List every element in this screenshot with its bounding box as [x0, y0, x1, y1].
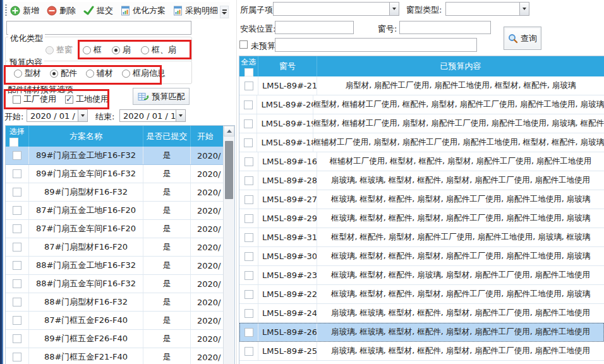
select-all-checkbox[interactable] [245, 68, 253, 76]
plan-table-row[interactable]: 88#门扇五金工地F16-F32是2020/0 [6, 257, 224, 275]
budget-content-radio[interactable]: 辅材 [86, 68, 113, 79]
opt-type-radio[interactable]: 框 [83, 44, 102, 56]
window-table-row[interactable]: LM5L-89#-20F18框型材, 框辅材工厂使用, 框配件, 扇型材, 扇配… [239, 95, 604, 114]
plan-table-row[interactable]: 89#门扇型材F16-F32是2020/0 [6, 183, 224, 202]
window-table-row[interactable]: LM5L-89#-28F26扇玻璃, 框玻璃, 框型材, 框配件, 扇型材, 扇… [239, 171, 604, 190]
plan-table-row[interactable]: 87#门扇五金车间F16-F20是2020/0 [6, 220, 224, 238]
window-table-row[interactable]: LM5L-89#-30F28框玻璃, 框型材, 框配件, 扇型材, 扇配件工厂使… [239, 247, 604, 266]
budget-content: 框玻璃, 框型材, 框配件, 扇型材, 扇配件工厂使用, 扇配件工地使用, 扇玻… [317, 190, 604, 209]
window-table-row[interactable]: LM5L-89#-27F25框玻璃, 框型材, 框配件, 扇型材, 扇配件工厂使… [239, 190, 604, 209]
window-type-select[interactable] [445, 2, 529, 16]
row-checkbox[interactable] [245, 176, 253, 185]
plan-table-row[interactable]: 89#门框五金F26-F40是2020/0 [6, 330, 224, 348]
submit-button[interactable]: 提交 [83, 5, 113, 16]
window-table-row[interactable]: LM5L-89#-21F19扇型材, 扇配件工厂使用, 扇配件工地使用, 框型材… [239, 76, 604, 95]
window-table-row[interactable]: LM5L-89#-26F24扇玻璃, 框玻璃, 框型材, 框配件, 扇型材, 扇… [239, 323, 604, 342]
row-checkbox[interactable] [13, 151, 21, 160]
plan-table-row[interactable]: 89#门扇五金工地F16-F32是2020/0 [6, 147, 224, 165]
window-table-row[interactable]: LM5L-89#-24F22扇玻璃, 框玻璃, 框型材, 框配件, 扇型材, 扇… [239, 304, 604, 323]
date-end-dropdown-button[interactable] [176, 110, 185, 121]
purchase-detail-button[interactable]: 采购明细 [173, 5, 227, 16]
row-checkbox[interactable] [13, 353, 21, 361]
window-type-dropdown-button[interactable] [519, 3, 529, 15]
query-button[interactable]: 查询 [504, 27, 541, 50]
select-all-checkbox[interactable] [9, 138, 18, 147]
sub-item-select[interactable] [273, 2, 399, 16]
plan-table-row[interactable]: 87#门扇五金工地F16-F20是2020/0 [6, 202, 224, 220]
row-checkbox[interactable] [245, 82, 253, 90]
row-checkbox[interactable] [13, 243, 21, 252]
plan-table-row[interactable]: 88#门扇型材F16-F32是2020/0 [6, 293, 224, 312]
window-no: LM5L-89#-21F19 [258, 76, 317, 95]
no-budget-checkbox[interactable] [239, 40, 248, 49]
date-start-picker[interactable]: 2020 / 01 / 1 [27, 109, 88, 122]
row-checkbox[interactable] [245, 347, 253, 356]
plan-table: 选择 方案名称 是否已提交 开始 89#门扇五金工地F16-F32是2020/0… [5, 125, 235, 364]
delete-button[interactable]: 删除 [47, 5, 76, 16]
optimize-plan-button[interactable]: 优化方案 [121, 5, 166, 16]
plan-submitted: 是 [143, 293, 191, 311]
window-table-row[interactable]: LM5L-89#-31F29框型材, 框配件, 扇型材, 扇配件工厂使用, 扇配… [239, 228, 604, 247]
budget-match-button[interactable]: 预算匹配 [133, 88, 190, 105]
row-checkbox[interactable] [13, 279, 21, 288]
plan-table-row[interactable]: 88#门扇五金车间F16-F32是2020/0 [6, 275, 224, 293]
install-pos-input[interactable] [275, 21, 354, 34]
add-button[interactable]: 新增 [10, 5, 39, 16]
window-no-input[interactable] [399, 21, 491, 34]
row-checkbox[interactable] [13, 261, 21, 270]
plan-table-row[interactable]: 88#门框五金F21-F40是2020/0 [6, 348, 224, 364]
row-checkbox[interactable] [245, 252, 253, 261]
window-table-row[interactable]: LM5L-89#-25F23扇玻璃, 框玻璃, 框型材, 框配件, 扇型材, 扇… [239, 342, 604, 361]
add-label: 新增 [23, 5, 39, 16]
row-checkbox[interactable] [245, 328, 253, 337]
window-select-cell [239, 190, 258, 209]
budget-content-radio[interactable]: 框扇信息 [122, 68, 166, 79]
no-budget-input[interactable] [275, 38, 477, 52]
scroll-up-button[interactable] [224, 126, 234, 136]
scrollbar-thumb[interactable] [225, 141, 233, 199]
plan-start-date: 2020/0 [191, 165, 221, 183]
row-checkbox[interactable] [13, 188, 21, 197]
budget-content-radio[interactable]: 型材 [14, 68, 41, 79]
row-checkbox[interactable] [244, 138, 253, 147]
row-checkbox[interactable] [244, 100, 253, 109]
row-checkbox[interactable] [245, 290, 253, 299]
row-checkbox[interactable] [244, 119, 253, 128]
window-table-row[interactable]: LM5L-89#-29F27框玻璃, 框型材, 框配件, 扇型材, 扇配件工厂使… [239, 209, 604, 228]
toolbar-grip-icon[interactable] [5, 4, 7, 16]
sub-item-dropdown-button[interactable] [389, 3, 399, 15]
row-checkbox[interactable] [13, 334, 21, 343]
window-table-row[interactable]: LM5L-89#-18F16框辅材工厂使用, 扇型材, 扇配件工厂使用, 扇配件… [239, 133, 604, 152]
row-checkbox[interactable] [245, 157, 253, 166]
opt-type-radio[interactable]: 整窗 [45, 44, 73, 56]
row-checkbox[interactable] [13, 169, 21, 178]
plan-table-row[interactable]: 89#门扇五金车间F16-F32是2020/0 [6, 165, 224, 183]
opt-type-radio[interactable]: 框、扇 [141, 44, 176, 56]
plan-table-row[interactable]: 87#门框五金F26-F40是2020/0 [6, 312, 224, 330]
window-table-row[interactable]: LM5L-89#-19F17框型材, 框辅材工厂使用, 扇型材, 扇配件工厂使用… [239, 114, 604, 133]
window-table-row[interactable]: LM5L-89#-22F20框玻璃, 框型材, 框配件, 扇型材, 扇配件工厂使… [239, 285, 604, 304]
row-checkbox[interactable] [245, 271, 253, 280]
row-checkbox[interactable] [13, 206, 21, 215]
row-checkbox[interactable] [13, 316, 21, 325]
panel-splitter[interactable] [236, 0, 237, 364]
row-checkbox[interactable] [13, 298, 21, 306]
plan-name: 89#门扇五金工地F16-F32 [29, 147, 143, 164]
checkbox-label: 工地使用 [76, 94, 109, 105]
date-end-picker[interactable]: 2020 / 01 / 13 [119, 109, 186, 122]
row-checkbox[interactable] [245, 214, 253, 223]
date-start-dropdown-button[interactable] [78, 110, 87, 121]
row-checkbox[interactable] [245, 195, 253, 204]
window-table-row[interactable]: LM5L-89#-23F21框玻璃, 框型材, 框配件, 扇玻璃, 扇型材, 扇… [239, 266, 604, 285]
toolbar-overflow-button[interactable] [220, 6, 229, 18]
plan-table-scrollbar[interactable] [223, 126, 234, 364]
budget-content-radio[interactable]: 配件 [50, 68, 77, 79]
opt-type-radio[interactable]: 扇 [112, 44, 131, 56]
row-checkbox[interactable] [245, 309, 253, 318]
usage-checkbox-item[interactable]: 工厂使用 [13, 94, 56, 105]
row-checkbox[interactable] [13, 224, 21, 233]
usage-checkbox-item[interactable]: 工地使用 [65, 94, 109, 105]
window-table-row[interactable]: LM5L-89#-16F15框辅材工厂使用, 框型材, 框配件, 扇型材, 扇配… [239, 152, 604, 171]
plan-table-row[interactable]: 87#门扇型材F16-F20是2020/0 [6, 238, 224, 257]
row-checkbox[interactable] [245, 233, 253, 242]
